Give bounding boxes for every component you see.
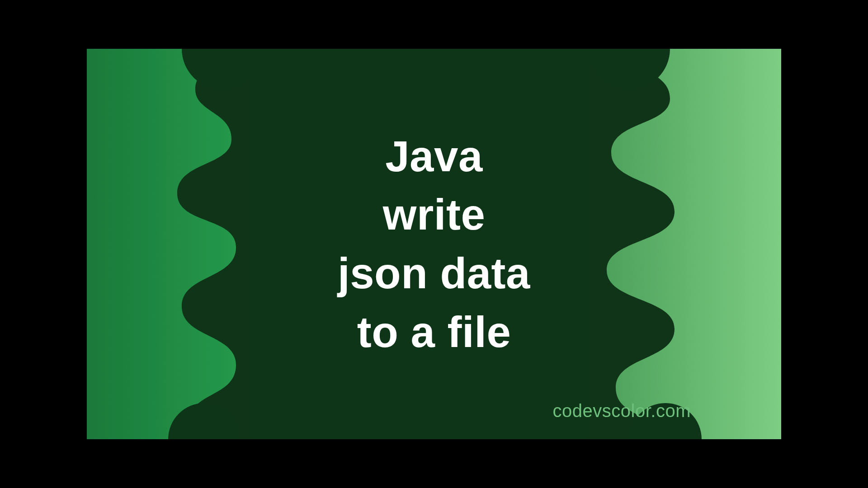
background-svg (87, 49, 781, 439)
attribution-text: codevscolor.com (553, 401, 691, 421)
banner-image: Java write json data to a file codevscol… (87, 49, 781, 439)
